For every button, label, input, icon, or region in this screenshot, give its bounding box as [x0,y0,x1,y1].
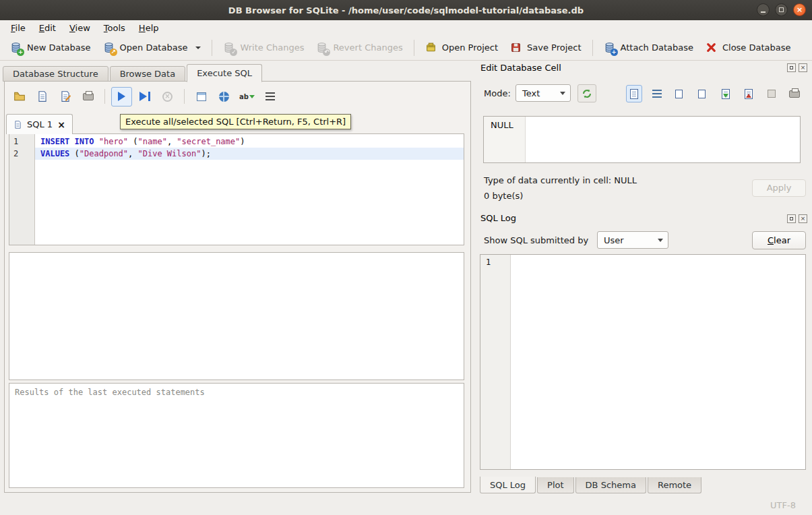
sql-code-editor[interactable]: 12 INSERT INTO "hero" ("name", "secret_n… [9,133,464,245]
paste-button[interactable] [695,85,711,102]
clear-log-button[interactable]: Clear [752,231,806,249]
export-csv-icon [197,92,206,101]
format-sql-button[interactable] [259,87,280,107]
copy-icon [675,90,683,98]
menu-tools[interactable]: Tools [97,22,132,34]
tab-database-structure[interactable]: Database Structure [3,66,108,82]
set-null-button[interactable] [763,85,780,102]
titlebar: DB Browser for SQLite - /home/user/code/… [0,0,812,20]
close-dock-icon[interactable]: × [799,63,807,72]
menu-view[interactable]: View [63,22,97,34]
auto-switch-mode-button[interactable] [577,84,596,102]
save-sql-file-button[interactable] [32,87,53,107]
sql-document-tab[interactable]: SQL 1 × [6,114,73,134]
menu-help[interactable]: Help [132,22,166,34]
new-database-button[interactable]: + New Database [4,38,97,57]
write-changes-button[interactable]: ✓ Write Changes [217,38,310,57]
revert-changes-icon: ↶ [316,42,327,53]
log-line-number: 1 [486,258,491,267]
print-cell-button[interactable] [786,85,803,102]
globe-button[interactable] [214,87,235,107]
log-filter-select[interactable]: User [597,231,668,249]
menu-edit[interactable]: Edit [32,22,63,34]
revert-changes-button[interactable]: ↶ Revert Changes [310,38,408,57]
export-file-button[interactable] [741,85,757,102]
code-line[interactable]: INSERT INTO "hero" ("name", "secret_name… [35,135,464,148]
execute-sql-button[interactable] [111,87,132,107]
code-line[interactable]: VALUES ("Deadpond", "Dive Wilson"); [35,148,464,160]
chevron-down-icon [560,92,565,95]
cell-value: NULL [491,120,513,130]
close-dock-icon[interactable]: × [799,214,807,223]
close-tab-icon[interactable]: × [57,120,65,129]
text-document-button[interactable] [626,85,642,102]
copy-button[interactable] [672,85,688,102]
tab-db-schema[interactable]: DB Schema [575,477,646,493]
open-sql-file-icon [13,90,26,102]
maximize-icon [779,7,784,12]
print-sql-button[interactable] [77,87,98,107]
main-content: Database Structure Browse Data Execute S… [0,61,812,495]
main-tab-bar: Database Structure Browse Data Execute S… [3,63,263,82]
menu-file[interactable]: File [4,22,32,34]
close-database-button[interactable]: Close Database [699,38,797,57]
save-sql-as-button[interactable] [55,87,75,107]
open-database-dropdown-icon[interactable] [195,47,201,49]
cell-size-info: 0 byte(s) [484,191,523,201]
write-changes-icon: ✓ [223,42,235,53]
execute-line-bar-icon [148,92,150,101]
open-database-button[interactable]: ↗ Open Database [97,38,208,57]
execute-current-line-button[interactable] [134,87,155,107]
word-wrap-button[interactable] [649,85,665,102]
sql-log-content [511,255,805,469]
clear-log-label: Clear [768,232,790,249]
cell-type-info: Type of data currently in cell: NULL [484,175,637,185]
results-grid[interactable] [9,252,464,380]
open-project-button[interactable]: Open Project [419,38,504,57]
menubar: File Edit View Tools Help [0,20,812,35]
log-filter-value: User [604,235,624,245]
line-number: 2 [9,148,34,160]
sql-log-dock-controls: × [787,214,807,223]
close-window-button[interactable]: × [793,3,806,16]
sql-editor-toolbar: × ab [9,86,280,107]
new-database-label: New Database [27,42,91,53]
execute-line-icon [139,92,147,101]
undock-icon[interactable] [787,63,796,72]
autocomplete-arrow-icon [249,95,255,98]
maximize-button[interactable] [775,3,788,16]
cell-value-editor[interactable]: NULL [483,116,801,163]
apply-button[interactable]: Apply [752,179,806,197]
tab-browse-data[interactable]: Browse Data [110,66,186,82]
open-project-label: Open Project [442,42,498,53]
tab-sql-log[interactable]: SQL Log [480,477,536,493]
sql-tab-label: SQL 1 [27,119,53,129]
tab-plot[interactable]: Plot [537,477,574,493]
results-message-area: Results of the last executed statements [9,383,464,488]
new-database-icon: + [10,42,22,53]
edit-cell-title: Edit Database Cell [480,63,561,73]
import-file-button[interactable] [718,85,734,102]
sql-log-area[interactable]: 1 [480,254,806,470]
close-database-label: Close Database [722,42,791,53]
encoding-indicator[interactable]: UTF-8 [770,500,796,510]
save-project-button[interactable]: Save Project [504,38,588,57]
mode-select[interactable]: Text [516,84,571,102]
stop-execution-button[interactable]: × [157,87,178,107]
toolbar-separator [212,40,212,56]
tab-execute-sql[interactable]: Execute SQL [187,64,262,82]
set-null-icon [768,90,776,98]
toolbar-separator [184,89,185,104]
sql-editor-code[interactable]: INSERT INTO "hero" ("name", "secret_name… [35,134,464,245]
text-document-icon [630,89,638,99]
chevron-down-icon [658,239,663,242]
attach-database-button[interactable]: + Attach Database [598,38,699,57]
open-sql-file-button[interactable] [9,87,30,107]
export-csv-button[interactable] [191,87,212,107]
undock-icon[interactable] [787,214,796,223]
autocomplete-button[interactable]: ab [237,87,257,107]
tab-remote[interactable]: Remote [648,477,701,493]
minimize-button[interactable] [757,3,770,16]
sql-log-title: SQL Log [480,213,516,223]
attach-database-icon: + [604,42,615,53]
